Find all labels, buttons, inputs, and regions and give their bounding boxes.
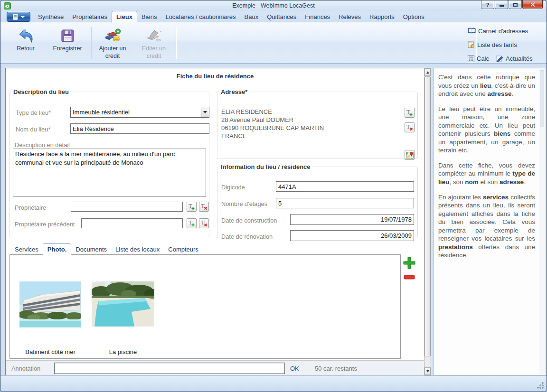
- proprietaire-input[interactable]: [71, 202, 183, 212]
- scroll-up-button[interactable]: [424, 68, 431, 76]
- date-renovation-input[interactable]: [290, 230, 414, 241]
- retour-button[interactable]: Retour: [9, 25, 42, 61]
- chevron-down-icon: [21, 16, 25, 18]
- enregistrer-button[interactable]: Enregistrer: [48, 25, 87, 61]
- help-panel: C'est dans cette rubrique que vous créez…: [434, 68, 546, 375]
- help-scrollbar-thumb[interactable]: [540, 70, 544, 127]
- ajouter-credit-button[interactable]: Ajouter un crédit: [95, 25, 130, 61]
- ribbon-tab-biens[interactable]: Biens: [137, 11, 161, 22]
- panel-scrollbar[interactable]: [424, 68, 431, 375]
- ribbon-tab-rapports[interactable]: Rapports: [365, 11, 399, 22]
- calculator-icon: [468, 55, 474, 62]
- subtab-compteurs[interactable]: Compteurs: [164, 244, 203, 255]
- ribbon-tab-quittances[interactable]: Quittances: [263, 11, 301, 22]
- actualites-button[interactable]: Actualités: [496, 54, 532, 63]
- carnet-adresses-button[interactable]: Carnet d'adresses: [468, 27, 539, 35]
- type-lieu-select[interactable]: Immeuble résidentiel: [70, 107, 209, 118]
- window-controls: ?: [481, 0, 543, 9]
- subtab-photo[interactable]: Photo.: [43, 243, 71, 255]
- page-title: Fiche du lieu de résidence: [6, 73, 424, 80]
- scrollbar-thumb[interactable]: [424, 76, 431, 356]
- annotation-ok-button[interactable]: OK: [290, 365, 299, 372]
- arrow-down-icon: [426, 370, 429, 373]
- ribbon-separator: [176, 27, 176, 59]
- resize-grip[interactable]: [537, 382, 544, 389]
- titlebar: Exemple - WebImmo LocaGest ?: [0, 0, 547, 11]
- digicode-label: Digicode: [221, 184, 245, 191]
- proprietaire-remove-button[interactable]: T: [199, 202, 209, 212]
- minimize-button[interactable]: [495, 0, 508, 9]
- info-group-title: Information du lieu / résidence: [219, 163, 312, 170]
- arrow-up-icon: [426, 71, 429, 74]
- add-contact-icon: T: [406, 109, 413, 116]
- annotation-input[interactable]: [54, 363, 285, 374]
- app-menu-button[interactable]: [7, 12, 30, 22]
- calc-button[interactable]: Calc: [468, 54, 489, 63]
- nom-lieu-label: Nom du lieu*: [16, 126, 50, 133]
- address-map-button[interactable]: [405, 150, 415, 160]
- address-remove-button[interactable]: T: [405, 122, 415, 132]
- dropdown-arrow-icon[interactable]: [201, 107, 209, 117]
- address-group: Adresse* ELIA RESIDENCE28 Avenue Paul DO…: [217, 88, 418, 159]
- help-scrollbar[interactable]: [539, 69, 545, 374]
- info-group: Information du lieu / résidence Digicode…: [217, 163, 418, 238]
- help-paragraph: Dans cette fiche, vous devez compléter a…: [438, 161, 535, 187]
- add-photo-button[interactable]: [403, 256, 416, 270]
- proprietaire-add-button[interactable]: T: [187, 202, 197, 212]
- description-group-title: Description du lieu: [12, 88, 70, 95]
- remove-photo-button[interactable]: [404, 273, 415, 279]
- svg-text:T: T: [201, 220, 205, 226]
- news-pen-icon: [496, 55, 503, 62]
- description-detail-label: Description en détail: [15, 141, 70, 149]
- proprietaire-precedent-input[interactable]: [81, 218, 183, 228]
- remove-contact-icon: T: [200, 203, 207, 210]
- annotation-chars-remaining: 50 car. restants: [315, 365, 357, 372]
- form-panel: Fiche du lieu de résidence Description d…: [5, 68, 431, 375]
- proprietaire-precedent-add-button[interactable]: T: [187, 218, 197, 228]
- help-button[interactable]: ?: [481, 0, 494, 9]
- scroll-down-button[interactable]: [424, 367, 431, 375]
- sub-tabs: ServicesPhoto.DocumentsListe des locauxC…: [10, 242, 203, 255]
- photo-caption: Batiment côté mer: [19, 348, 81, 355]
- ribbon-tab-options[interactable]: Options: [399, 11, 429, 22]
- add-contact-icon: T: [188, 203, 195, 210]
- subtab-documents[interactable]: Documents: [71, 244, 111, 255]
- ribbon-tab-lieux[interactable]: Lieux: [112, 11, 137, 23]
- date-construction-input[interactable]: [290, 214, 414, 225]
- help-paragraph: En ajoutant les services collectifs prés…: [438, 193, 535, 260]
- digicode-input[interactable]: [276, 181, 414, 192]
- proprietaire-precedent-remove-button[interactable]: T: [199, 218, 209, 228]
- undo-arrow-icon: [18, 28, 34, 44]
- ribbon-tab-locataires-cautionnaires[interactable]: Locataires / cautionnaires: [161, 11, 240, 22]
- app-window: Exemple - WebImmo LocaGest ? SynthèsePro…: [0, 0, 547, 392]
- address-line: 06190 ROQUEBRUNE CAP MARTIN: [221, 124, 324, 132]
- address-add-button[interactable]: T: [405, 108, 415, 118]
- subtab-liste-des-locaux[interactable]: Liste des locaux: [111, 244, 164, 255]
- maximize-button[interactable]: [509, 0, 522, 9]
- address-group-title: Adresse*: [219, 88, 249, 95]
- address-book-icon: [468, 28, 476, 34]
- ribbon-tab-finances[interactable]: Finances: [301, 11, 334, 22]
- close-button[interactable]: [522, 0, 543, 9]
- ribbon-tab-baux[interactable]: Baux: [240, 11, 263, 22]
- annotation-label: Annotation: [11, 365, 40, 372]
- window-title: Exemple - WebImmo LocaGest: [0, 2, 547, 9]
- svg-text:T: T: [201, 203, 205, 209]
- description-detail-textarea[interactable]: Résidence face à la mer méditerranée, au…: [13, 149, 206, 197]
- photo-thumbnail-building[interactable]: [19, 281, 81, 329]
- remove-contact-icon: T: [200, 220, 207, 227]
- address-line: FRANCE: [221, 132, 324, 140]
- nom-lieu-input[interactable]: [70, 123, 209, 134]
- ribbon-tab-propri-taires[interactable]: Propriétaires: [68, 11, 112, 22]
- liste-tarifs-button[interactable]: € Liste des tarifs: [468, 40, 539, 49]
- plus-icon: [403, 256, 416, 270]
- photo-thumbnail-pool[interactable]: [92, 281, 154, 328]
- ribbon-tab-rel-ves[interactable]: Relèves: [334, 11, 365, 22]
- ribbon-tab-synth-se[interactable]: Synthèse: [34, 11, 68, 22]
- subtab-services[interactable]: Services: [10, 244, 43, 255]
- nombre-etages-input[interactable]: [276, 198, 414, 208]
- date-renovation-label: Date de rénovation: [221, 233, 273, 240]
- editer-credit-button[interactable]: Editer un crédit: [136, 25, 171, 61]
- proprietaire-precedent-label: Propriétaire précédent: [15, 221, 75, 228]
- help-paragraph: C'est dans cette rubrique que vous créez…: [438, 73, 535, 98]
